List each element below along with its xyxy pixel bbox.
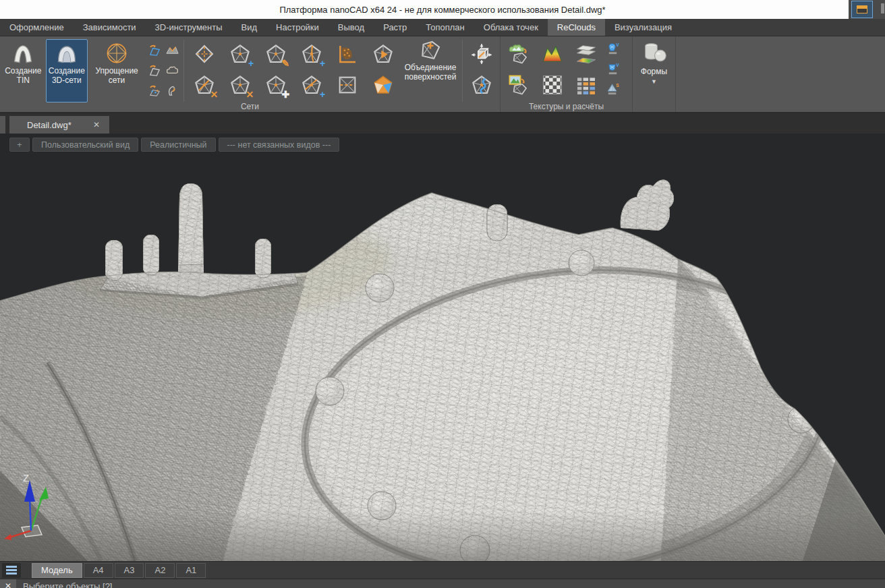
- menu-tab-vizualizaciya[interactable]: Визуализация: [605, 19, 681, 36]
- group-separator: [183, 40, 184, 102]
- layout-tab-model[interactable]: Модель: [32, 563, 82, 578]
- linked-views-button[interactable]: --- нет связанных видов ---: [219, 138, 340, 152]
- soil-region-icon: [337, 43, 358, 65]
- volume-v1-icon: V: [606, 42, 620, 56]
- mesh-add-button[interactable]: +: [222, 38, 258, 69]
- svg-text:V: V: [616, 42, 619, 47]
- checkerboard-icon: [542, 74, 563, 96]
- cloud-texture-button[interactable]: [502, 38, 536, 69]
- ribbon-tab-bar: Оформление Зависимости 3D-инструменты Ви…: [0, 19, 885, 36]
- area-calc-button[interactable]: S: [603, 79, 622, 99]
- mesh-curve-button[interactable]: [465, 69, 498, 100]
- volume-below-button[interactable]: V: [603, 59, 622, 79]
- orbit-cube-button[interactable]: [465, 38, 498, 69]
- add-view-button[interactable]: +: [9, 138, 30, 152]
- menu-tab-zavisimosti[interactable]: Зависимости: [74, 19, 146, 36]
- calc-table-button[interactable]: [569, 69, 603, 100]
- mesh-fill-button[interactable]: [365, 69, 401, 100]
- mesh-delete-button[interactable]: ✕: [186, 69, 222, 100]
- mesh-section-button[interactable]: [186, 38, 222, 69]
- mesh-extra-column: [465, 38, 498, 100]
- mesh-triangle-button[interactable]: [365, 38, 401, 69]
- mesh-region-button[interactable]: [329, 38, 365, 69]
- layout-tab-a3[interactable]: A3: [115, 563, 144, 578]
- menu-tab-3d-instrumenty[interactable]: 3D-инструменты: [146, 19, 232, 36]
- points-convert-button[interactable]: [146, 80, 163, 100]
- command-line[interactable]: ✕ Выберите объекты [?]: [0, 579, 885, 588]
- viewport-canvas[interactable]: + Пользовательский вид Реалистичный --- …: [0, 134, 885, 561]
- document-tab-detail[interactable]: Detail.dwg* ✕: [9, 116, 109, 134]
- mesh-move-button[interactable]: ✚: [258, 69, 293, 100]
- shapes-button[interactable]: Формы ▼: [634, 38, 674, 85]
- surface-gray-arrow-icon: [148, 63, 162, 78]
- command-close-button[interactable]: ✕: [0, 579, 16, 588]
- orbit-cube-icon: [471, 43, 492, 65]
- 3d-mesh-surface-icon: [54, 42, 80, 65]
- mesh-section-icon: [194, 43, 215, 65]
- cloud-outline-button[interactable]: [163, 60, 181, 80]
- svg-text:S: S: [616, 82, 619, 87]
- menu-tab-vid[interactable]: Вид: [232, 19, 267, 36]
- merge-surfaces-icon: [418, 39, 443, 62]
- menu-tab-rastr[interactable]: Растр: [374, 19, 416, 36]
- viewport-controls: + Пользовательский вид Реалистичный --- …: [9, 138, 339, 152]
- wire-sphere-icon: [104, 42, 130, 65]
- simplify-mesh-button[interactable]: Упрощение сети: [89, 39, 144, 102]
- cloud-texture-icon: [508, 43, 530, 65]
- 3d-mesh-model[interactable]: Z Y: [0, 134, 885, 561]
- ribbon: Создание TIN Создание 3D-сети Упрощение …: [0, 36, 885, 113]
- mesh-plane-section-button[interactable]: [329, 69, 365, 100]
- volume-above-button[interactable]: V: [603, 38, 622, 59]
- menu-tab-reclouds[interactable]: ReClouds: [548, 19, 605, 36]
- tab-bar-edge: [0, 116, 5, 134]
- create-3d-mesh-button[interactable]: Создание 3D-сети: [46, 39, 88, 102]
- layout-tab-a4[interactable]: A4: [84, 563, 113, 578]
- ridge-extract-button[interactable]: [163, 40, 181, 60]
- menu-tab-oformlenie[interactable]: Оформление: [0, 19, 74, 36]
- window-title: Платформа nanoCAD x64 24 - не для коммер…: [279, 5, 605, 15]
- menu-tab-oblaka-tochek[interactable]: Облака точек: [474, 19, 548, 36]
- checkerboard-button[interactable]: [536, 69, 569, 100]
- drawing-window-icon: [857, 5, 867, 13]
- mesh-play-icon: [372, 43, 394, 65]
- mountain-ridge-icon: [165, 43, 179, 57]
- ribbon-group-tekstury: V V S Текстуры: [501, 36, 633, 112]
- menu-tab-vyvod[interactable]: Вывод: [329, 19, 374, 36]
- group-label-tekstury: Текстуры и расчёты: [501, 102, 632, 111]
- shapes-icon: [641, 41, 667, 64]
- create-tin-button[interactable]: Создание TIN: [2, 39, 45, 102]
- surfaces-stack-button[interactable]: [569, 38, 603, 69]
- layout-tab-a2[interactable]: A2: [145, 563, 175, 578]
- image-texture-button[interactable]: [502, 69, 536, 100]
- curve-ribbon-button[interactable]: [163, 80, 181, 100]
- mesh-edit-button[interactable]: ✎: [258, 38, 293, 69]
- cloud-icon: [165, 63, 179, 78]
- drawing-manager-button[interactable]: [851, 1, 873, 18]
- mesh-edge-add-button[interactable]: +: [293, 69, 329, 100]
- surface-gray-button[interactable]: [146, 60, 163, 80]
- menu-tab-topoplan[interactable]: Топоплан: [416, 19, 474, 36]
- elevation-map-button[interactable]: [536, 38, 569, 69]
- view-name-button[interactable]: Пользовательский вид: [32, 138, 138, 152]
- menu-tab-nastroyki[interactable]: Настройки: [266, 19, 329, 36]
- mesh-remove-button[interactable]: ✕: [222, 69, 258, 100]
- mesh-filled-icon: [372, 74, 394, 96]
- close-icon[interactable]: ✕: [90, 120, 103, 129]
- ribbon-group-seti: Создание TIN Создание 3D-сети Упрощение …: [0, 36, 501, 112]
- small-tools-stack: [146, 40, 181, 100]
- elevation-map-icon: [542, 43, 563, 65]
- layout-tab-bar: Модель A4 A3 A2 A1: [0, 561, 885, 579]
- mesh-vertex-add-button[interactable]: +: [293, 38, 329, 69]
- titlebar-corner: [849, 0, 885, 19]
- texture-tools-grid: [502, 38, 603, 100]
- mesh-edge-add-icon: [301, 74, 322, 96]
- visual-style-button[interactable]: Реалистичный: [141, 138, 215, 152]
- merge-surfaces-button[interactable]: Объединение поверхностей: [401, 39, 460, 101]
- mesh-tools-grid: ✕ + ✕ ✎ ✚ +: [186, 38, 401, 100]
- layout-tab-a1[interactable]: A1: [176, 563, 206, 578]
- titlebar-edge-button[interactable]: [881, 3, 884, 13]
- volume-tools-column: V V S: [603, 38, 622, 99]
- volume-v2-icon: V: [606, 62, 620, 76]
- layout-menu-button[interactable]: [2, 563, 21, 578]
- surface-convert-button[interactable]: [146, 40, 163, 60]
